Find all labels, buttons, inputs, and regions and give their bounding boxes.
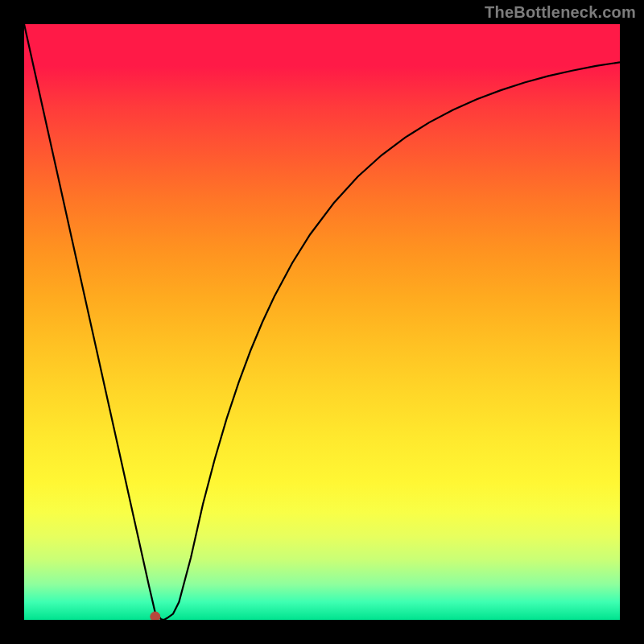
plot-area bbox=[24, 24, 620, 620]
chart-frame: TheBottleneck.com bbox=[0, 0, 644, 644]
minimum-marker-dot bbox=[151, 612, 160, 620]
curve-svg bbox=[24, 24, 620, 620]
watermark-text: TheBottleneck.com bbox=[485, 3, 636, 22]
bottleneck-curve bbox=[24, 24, 620, 620]
